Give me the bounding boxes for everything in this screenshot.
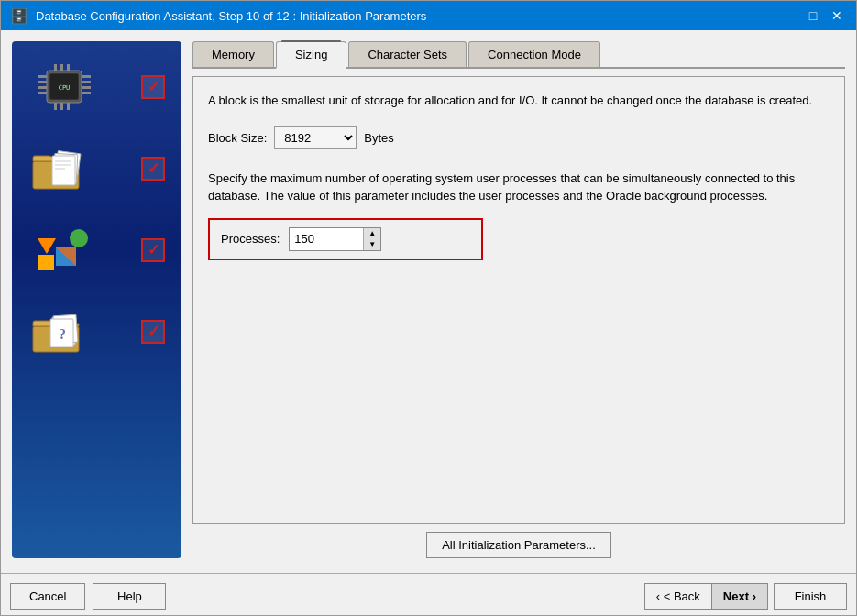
back-button[interactable]: ‹ < Back [645, 584, 712, 609]
chip-icon: CPU [28, 61, 97, 112]
check-1: ✓ [141, 75, 165, 99]
tab-character-sets[interactable]: Character Sets [348, 41, 467, 67]
minimize-button[interactable]: — [779, 6, 799, 25]
svg-rect-8 [82, 86, 91, 89]
svg-rect-3 [38, 81, 47, 83]
main-panel: A block is the smallest unit of storage … [192, 76, 845, 524]
check-3: ✓ [141, 238, 165, 262]
check-2: ✓ [141, 157, 165, 181]
init-params-container: All Initialization Parameters... [192, 532, 845, 558]
left-panel-item-2: ✓ [21, 141, 172, 195]
check-4: ✓ [141, 320, 165, 344]
bytes-label: Bytes [364, 131, 394, 145]
svg-text:?: ? [59, 326, 66, 342]
tab-memory[interactable]: Memory [192, 41, 274, 67]
shapes-icon [28, 225, 97, 275]
left-panel: CPU ✓ [12, 41, 181, 558]
folder-music-icon: ? [28, 306, 97, 357]
processes-input-wrap: ▲ ▼ [289, 227, 381, 251]
window-title: Database Configuration Assistant, Step 1… [36, 9, 426, 23]
app-icon: 🗄️ [10, 7, 28, 25]
svg-rect-12 [67, 64, 70, 72]
block-size-label: Block Size: [208, 131, 267, 145]
tabs-row: Memory Sizing Character Sets Connection … [192, 41, 845, 69]
tab-connection-mode[interactable]: Connection Mode [468, 41, 600, 67]
all-init-params-button[interactable]: All Initialization Parameters... [426, 532, 611, 558]
footer-left-buttons: Cancel Help [10, 583, 166, 610]
right-panel: Memory Sizing Character Sets Connection … [192, 41, 845, 558]
svg-rect-2 [38, 75, 47, 78]
svg-marker-24 [38, 238, 56, 254]
processes-increment[interactable]: ▲ [364, 228, 380, 239]
maximize-button[interactable]: □ [803, 6, 823, 25]
svg-rect-5 [38, 92, 47, 94]
footer-right-buttons: ‹ < Back Next › Finish [644, 583, 847, 610]
left-panel-item-1: CPU ✓ [21, 60, 172, 114]
svg-rect-6 [82, 75, 91, 78]
svg-rect-9 [82, 92, 91, 94]
svg-point-28 [70, 229, 88, 248]
title-bar-controls: — □ ✕ [779, 6, 847, 25]
svg-rect-20 [52, 156, 75, 185]
processes-decrement[interactable]: ▼ [364, 239, 380, 250]
cancel-button[interactable]: Cancel [10, 583, 85, 610]
main-window: 🗄️ Database Configuration Assistant, Ste… [0, 0, 857, 616]
processes-spinner: ▲ ▼ [363, 228, 380, 250]
tab-underline [281, 40, 341, 42]
processes-section: Processes: ▲ ▼ [208, 218, 483, 260]
svg-rect-14 [60, 103, 63, 110]
footer-buttons: Cancel Help ‹ < Back Next › Finish [1, 578, 856, 615]
title-bar: 🗄️ Database Configuration Assistant, Ste… [1, 1, 856, 30]
svg-rect-25 [38, 255, 54, 270]
svg-rect-7 [82, 81, 91, 83]
svg-text:CPU: CPU [59, 84, 71, 92]
back-arrow-icon: ‹ [656, 589, 660, 603]
content-area: CPU ✓ [1, 30, 856, 569]
next-button[interactable]: Next › [712, 584, 767, 609]
svg-rect-11 [60, 64, 63, 72]
folder-doc-icon [28, 143, 97, 193]
next-arrow-icon: › [753, 589, 756, 603]
help-button[interactable]: Help [93, 583, 166, 610]
footer-divider [1, 573, 856, 574]
left-panel-item-3: ✓ [21, 223, 172, 277]
svg-rect-15 [67, 103, 70, 110]
finish-button[interactable]: Finish [774, 583, 847, 610]
svg-rect-10 [54, 64, 57, 72]
nav-group: ‹ < Back Next › [644, 583, 768, 610]
svg-rect-13 [54, 103, 57, 110]
block-size-row: Block Size: 8192 4096 16384 32768 Bytes [208, 126, 830, 149]
close-button[interactable]: ✕ [827, 6, 847, 25]
processes-input[interactable] [290, 229, 363, 248]
title-bar-left: 🗄️ Database Configuration Assistant, Ste… [10, 7, 426, 25]
processes-description: Specify the maximum number of operating … [208, 170, 830, 205]
block-size-select[interactable]: 8192 4096 16384 32768 [274, 126, 357, 149]
tab-sizing[interactable]: Sizing [276, 41, 346, 69]
processes-label: Processes: [221, 232, 280, 246]
svg-rect-4 [38, 86, 47, 89]
left-panel-item-4: ? ✓ [21, 304, 172, 358]
bottom-area: All Initialization Parameters... [192, 532, 845, 558]
block-size-description: A block is the smallest unit of storage … [208, 92, 830, 110]
